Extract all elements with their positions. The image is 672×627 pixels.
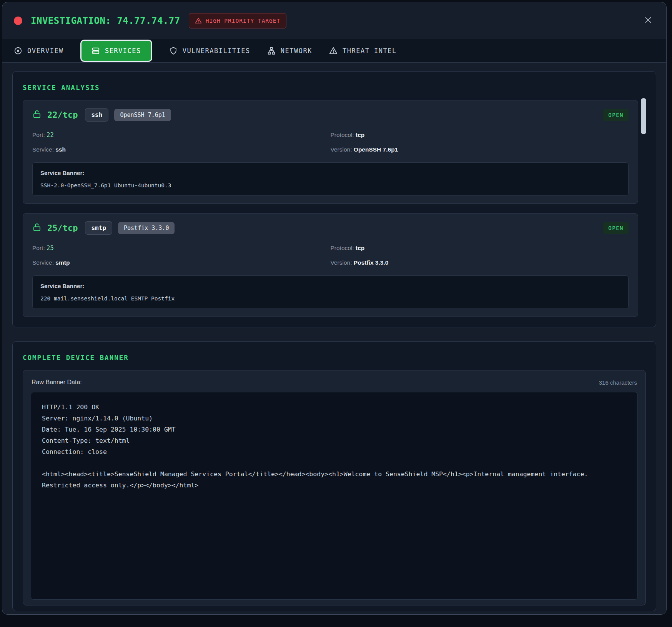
raw-banner-code: HTTP/1.1 200 OK Server: nginx/1.14.0 (Ub… bbox=[31, 392, 638, 600]
tab-bar: OVERVIEW SERVICES VULNERABILITIES bbox=[2, 39, 666, 63]
service-card: 25/tcp smtp Postfix 3.3.0 OPEN Port: 25 … bbox=[23, 213, 638, 317]
tab-label: NETWORK bbox=[281, 47, 312, 55]
version-field: Version: OpenSSH 7.6p1 bbox=[331, 146, 629, 153]
shield-icon bbox=[169, 47, 178, 55]
version-field: Version: Postfix 3.3.0 bbox=[331, 259, 629, 266]
port-protocol: 22/tcp bbox=[47, 110, 78, 120]
close-button[interactable] bbox=[642, 14, 655, 27]
service-analysis-panel: SERVICE ANALYSIS 22/tcp ssh OpenSSH 7.6p… bbox=[12, 71, 656, 327]
tab-services[interactable]: SERVICES bbox=[80, 40, 152, 62]
service-card-header: 22/tcp ssh OpenSSH 7.6p1 OPEN bbox=[32, 108, 629, 122]
warning-triangle-icon bbox=[329, 47, 338, 55]
section-title-service-analysis: SERVICE ANALYSIS bbox=[23, 84, 646, 92]
section-title-device-banner: COMPLETE DEVICE BANNER bbox=[23, 354, 646, 362]
unlock-icon bbox=[32, 110, 42, 120]
target-icon bbox=[14, 47, 22, 55]
version-badge: OpenSSH 7.6p1 bbox=[114, 109, 171, 121]
port-protocol: 25/tcp bbox=[47, 223, 78, 233]
version-badge: Postfix 3.3.0 bbox=[118, 222, 175, 234]
version-value: OpenSSH 7.6p1 bbox=[354, 146, 398, 153]
protocol-field: Protocol: tcp bbox=[331, 245, 629, 252]
scrollbar-thumb[interactable] bbox=[641, 98, 646, 134]
service-card-header: 25/tcp smtp Postfix 3.3.0 OPEN bbox=[32, 221, 629, 235]
tab-overview[interactable]: OVERVIEW bbox=[14, 47, 63, 55]
service-banner-label: Service Banner: bbox=[40, 170, 620, 176]
char-count: 316 characters bbox=[599, 379, 637, 386]
port-value: 22 bbox=[47, 132, 54, 138]
port-value: 25 bbox=[47, 245, 54, 252]
service-banner-text: 220 mail.senseshield.local ESMTP Postfix bbox=[40, 295, 620, 302]
service-badge: ssh bbox=[85, 108, 108, 122]
modal-content: SERVICE ANALYSIS 22/tcp ssh OpenSSH 7.6p… bbox=[2, 63, 666, 614]
service-detail-grid: Port: 22 Protocol: tcp Service: ssh Vers… bbox=[32, 132, 629, 153]
tab-label: OVERVIEW bbox=[27, 47, 63, 55]
service-field: Service: ssh bbox=[32, 146, 331, 153]
service-value: smtp bbox=[55, 259, 70, 266]
tab-label: VULNERABILITIES bbox=[183, 47, 250, 55]
status-badge: OPEN bbox=[603, 109, 629, 121]
version-value: Postfix 3.3.0 bbox=[354, 259, 388, 266]
close-icon bbox=[644, 16, 652, 25]
service-card: 22/tcp ssh OpenSSH 7.6p1 OPEN Port: 22 P… bbox=[23, 100, 638, 204]
tab-network[interactable]: NETWORK bbox=[267, 47, 312, 55]
raw-banner-container: Raw Banner Data: 316 characters HTTP/1.1… bbox=[23, 370, 646, 605]
investigation-modal: INVESTIGATION: 74.77.74.77 HIGH PRIORITY… bbox=[2, 2, 667, 615]
high-priority-badge: HIGH PRIORITY TARGET bbox=[189, 13, 287, 28]
status-badge: OPEN bbox=[603, 222, 629, 234]
protocol-value: tcp bbox=[356, 245, 364, 251]
modal-header: INVESTIGATION: 74.77.74.77 HIGH PRIORITY… bbox=[2, 2, 666, 39]
service-field: Service: smtp bbox=[32, 259, 331, 266]
service-detail-grid: Port: 25 Protocol: tcp Service: smtp Ver… bbox=[32, 245, 629, 266]
protocol-value: tcp bbox=[356, 132, 364, 138]
tab-label: SERVICES bbox=[105, 47, 141, 55]
service-banner-label: Service Banner: bbox=[40, 283, 620, 289]
raw-banner-label: Raw Banner Data: bbox=[32, 379, 82, 386]
high-priority-label: HIGH PRIORITY TARGET bbox=[206, 18, 281, 24]
server-icon bbox=[91, 47, 100, 55]
service-badge: smtp bbox=[85, 221, 112, 235]
protocol-field: Protocol: tcp bbox=[331, 132, 629, 138]
device-banner-panel: COMPLETE DEVICE BANNER Raw Banner Data: … bbox=[12, 341, 656, 611]
service-card-list: 22/tcp ssh OpenSSH 7.6p1 OPEN Port: 22 P… bbox=[23, 100, 646, 327]
tab-threat-intel[interactable]: THREAT INTEL bbox=[329, 47, 397, 55]
warning-icon bbox=[195, 17, 202, 24]
raw-banner-header: Raw Banner Data: 316 characters bbox=[32, 379, 637, 386]
service-value: ssh bbox=[55, 146, 66, 153]
port-field: Port: 25 bbox=[32, 245, 331, 252]
tab-vulnerabilities[interactable]: VULNERABILITIES bbox=[169, 47, 250, 55]
service-banner-text: SSH-2.0-OpenSSH_7.6p1 Ubuntu-4ubuntu0.3 bbox=[40, 182, 620, 188]
service-banner-box: Service Banner: SSH-2.0-OpenSSH_7.6p1 Ub… bbox=[32, 162, 629, 196]
service-banner-box: Service Banner: 220 mail.senseshield.loc… bbox=[32, 275, 629, 309]
network-icon bbox=[267, 47, 276, 55]
port-field: Port: 22 bbox=[32, 132, 331, 138]
unlock-icon bbox=[32, 223, 42, 233]
tab-label: THREAT INTEL bbox=[343, 47, 397, 55]
page-title: INVESTIGATION: 74.77.74.77 bbox=[31, 15, 180, 26]
status-dot bbox=[14, 17, 22, 25]
